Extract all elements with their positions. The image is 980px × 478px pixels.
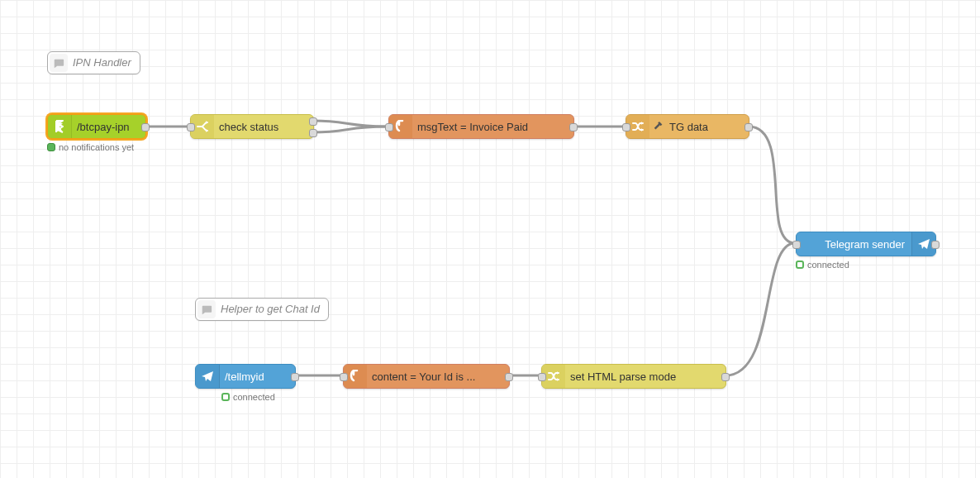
port-out-2[interactable] [309, 129, 317, 137]
port-in[interactable] [340, 373, 348, 381]
port-out[interactable] [569, 123, 578, 131]
comment-icon [201, 304, 212, 316]
port-out[interactable] [291, 373, 299, 381]
node-label: check status [214, 121, 278, 133]
node-label: Telegram sender [797, 238, 911, 251]
node-label: content = Your Id is ... [367, 370, 475, 383]
comment-label: IPN Handler [73, 56, 131, 69]
node-label: msgText = Invoice Paid [412, 121, 528, 133]
status-dot-icon [47, 143, 55, 151]
status-btcpay-ipn: no notifications yet [47, 142, 134, 152]
btcpay-icon [48, 115, 72, 138]
port-in[interactable] [538, 373, 546, 381]
port-in[interactable] [622, 123, 630, 131]
port-out[interactable] [141, 123, 150, 131]
status-text: connected [233, 392, 275, 402]
node-telegram-sender[interactable]: Telegram sender [796, 232, 936, 256]
port-in[interactable] [187, 123, 195, 131]
port-in[interactable] [385, 123, 393, 131]
node-label: /btcpay-ipn [72, 121, 130, 133]
node-set-html-parse[interactable]: set HTML parse mode [541, 364, 726, 389]
port-out[interactable] [721, 373, 730, 381]
node-label: /tellmyid [220, 370, 269, 383]
status-text: no notifications yet [59, 142, 134, 152]
status-tellmyid: connected [221, 392, 275, 402]
status-ring-icon [221, 393, 230, 401]
node-msg-invoice-paid[interactable]: msgText = Invoice Paid [388, 114, 574, 139]
node-tellmyid[interactable]: /tellmyid [195, 364, 296, 389]
hammer-icon [653, 121, 664, 132]
port-out[interactable] [745, 123, 753, 131]
node-content-your-id[interactable]: content = Your Id is ... [343, 364, 510, 389]
comment-icon [53, 58, 64, 69]
node-label: TG data [664, 121, 708, 133]
comment-label: Helper to get Chat Id [221, 303, 320, 315]
port-out-1[interactable] [309, 117, 317, 126]
status-text: connected [807, 260, 849, 270]
node-label: set HTML parse mode [565, 370, 676, 383]
node-check-status[interactable]: check status [190, 114, 314, 139]
port-in[interactable] [792, 241, 801, 249]
port-out[interactable] [931, 241, 940, 249]
node-tg-data[interactable]: TG data [626, 114, 749, 139]
port-out[interactable] [505, 373, 513, 381]
comment-helper[interactable]: Helper to get Chat Id [195, 298, 329, 321]
node-btcpay-ipn[interactable]: /btcpay-ipn [47, 114, 146, 139]
status-telegram-sender: connected [796, 260, 849, 270]
status-ring-icon [796, 261, 804, 269]
telegram-icon [196, 365, 220, 388]
comment-ipn-handler[interactable]: IPN Handler [47, 51, 140, 74]
